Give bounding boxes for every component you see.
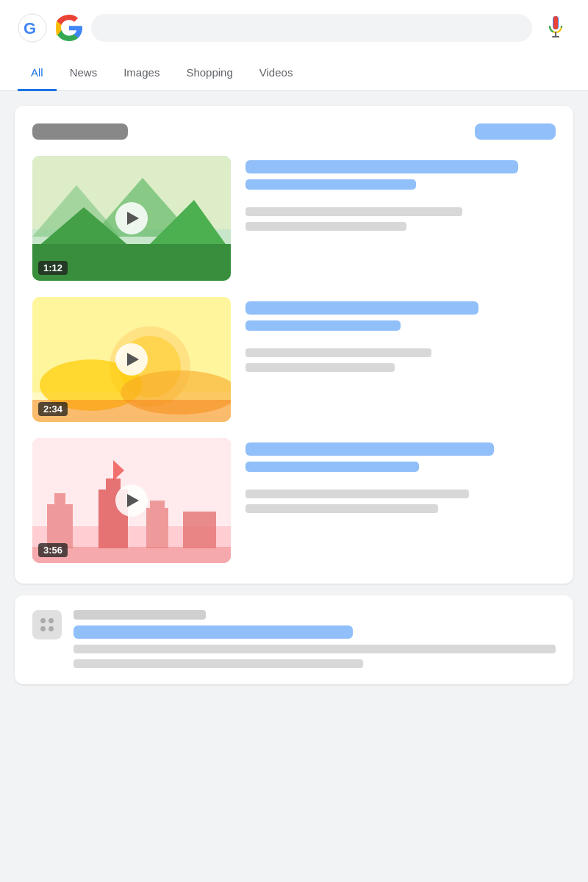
search-input[interactable] — [104, 21, 519, 35]
tab-images[interactable]: Images — [110, 56, 173, 91]
video-info-2 — [245, 297, 556, 422]
favicon-dot-3 — [40, 626, 46, 631]
mic-button[interactable] — [541, 13, 570, 43]
duration-badge-2: 2:34 — [38, 402, 68, 416]
play-triangle-icon-2 — [127, 353, 139, 366]
tab-videos[interactable]: Videos — [246, 56, 306, 91]
duration-badge-1: 1:12 — [38, 261, 68, 275]
video-subtitle-3[interactable] — [245, 462, 419, 472]
search-input-wrapper[interactable] — [91, 14, 532, 42]
video-thumbnail-1[interactable]: 1:12 — [32, 156, 231, 281]
video-item-2[interactable]: 2:34 — [32, 297, 556, 422]
organic-desc-line-1 — [74, 645, 556, 653]
video-meta-2b — [245, 363, 395, 372]
favicon-dot-1 — [40, 618, 46, 623]
organic-result-card — [15, 595, 573, 684]
video-meta-1a — [245, 207, 462, 216]
play-triangle-icon — [127, 212, 139, 225]
site-favicon — [32, 610, 62, 639]
svg-rect-23 — [54, 493, 65, 512]
tab-all[interactable]: All — [18, 56, 57, 91]
google-g-logo — [56, 15, 82, 41]
video-item-3[interactable]: 3:56 — [32, 438, 556, 563]
mic-icon-colored — [546, 16, 565, 40]
video-subtitle-2[interactable] — [245, 320, 401, 331]
tabs-area: All News Images Shopping Videos — [0, 56, 588, 91]
google-logo-icon: G — [18, 13, 47, 43]
favicon-dots — [40, 618, 54, 631]
svg-text:G: G — [24, 19, 36, 37]
search-bar-area: G — [0, 0, 588, 56]
organic-result-title[interactable] — [74, 625, 353, 639]
favicon-dot-4 — [49, 626, 54, 631]
video-item-1[interactable]: 1:12 — [32, 156, 556, 281]
svg-rect-28 — [150, 501, 165, 514]
duration-badge-3: 3:56 — [38, 543, 68, 557]
play-triangle-icon-3 — [127, 494, 139, 507]
video-thumbnail-3[interactable]: 3:56 — [32, 438, 231, 563]
organic-site-name — [74, 610, 206, 620]
video-title-2[interactable] — [245, 301, 478, 315]
svg-rect-29 — [183, 512, 216, 548]
card-label — [32, 123, 128, 140]
video-title-3[interactable] — [245, 442, 494, 456]
video-meta-3b — [245, 504, 438, 513]
video-title-1[interactable] — [245, 160, 518, 173]
play-button-3[interactable] — [115, 484, 148, 517]
card-header — [32, 123, 556, 140]
video-meta-1b — [245, 222, 406, 231]
video-thumbnail-2[interactable]: 2:34 — [32, 297, 231, 422]
tab-shopping[interactable]: Shopping — [173, 56, 245, 91]
video-subtitle-1[interactable] — [245, 179, 416, 190]
video-meta-2a — [245, 348, 431, 357]
main-content: 1:12 — [0, 91, 588, 699]
organic-desc-line-2 — [74, 659, 363, 668]
card-action-button[interactable] — [475, 123, 556, 140]
tab-news[interactable]: News — [57, 56, 111, 91]
video-info-1 — [245, 156, 556, 281]
svg-rect-27 — [146, 508, 168, 548]
video-result-card: 1:12 — [15, 106, 573, 584]
play-button-2[interactable] — [115, 343, 148, 376]
play-button-1[interactable] — [115, 202, 148, 234]
organic-result-info — [74, 610, 556, 668]
video-meta-3a — [245, 490, 469, 498]
favicon-dot-2 — [49, 618, 54, 623]
video-info-3 — [245, 438, 556, 563]
